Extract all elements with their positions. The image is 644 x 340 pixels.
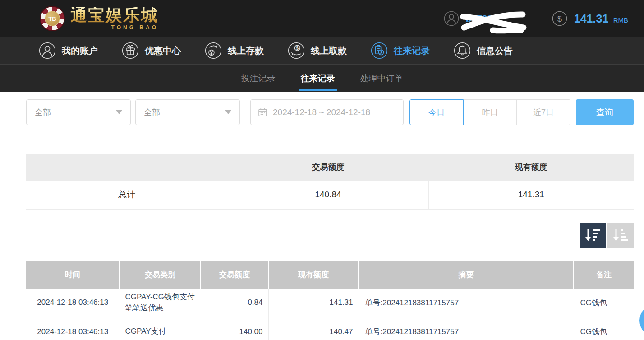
gift-icon (121, 42, 139, 60)
brand-logo[interactable]: TB 通宝娱乐城 TONG BAO (40, 6, 158, 31)
cell-remark: CG钱包 (574, 317, 634, 340)
topbar: TB 通宝娱乐城 TONG BAO bc7325 (0, 0, 644, 37)
tab-processing-orders[interactable]: 处理中订单 (359, 65, 405, 92)
category-select[interactable]: 全部 (135, 99, 240, 125)
type-select[interactable]: 全部 (26, 99, 131, 125)
sort-descending-button[interactable] (580, 223, 606, 248)
col-header-type: 交易类别 (120, 261, 201, 289)
topbar-right: bc7325 $ 141.31 RMB (443, 10, 628, 27)
col-header-balance: 现有额度 (268, 261, 359, 289)
summary-header-empty (26, 154, 228, 181)
nav-item-transaction-records[interactable]: 往来记录 (370, 42, 430, 60)
user-circle-icon (38, 42, 56, 60)
table-row: 2024-12-18 03:46:13 CGPAY支付 140.00 140.4… (26, 317, 634, 340)
cell-balance: 140.47 (268, 317, 359, 340)
withdraw-icon: $ (287, 42, 305, 60)
balance-currency: RMB (613, 16, 628, 24)
col-header-summary: 摘要 (359, 261, 574, 289)
last7days-button[interactable]: 近7日 (517, 99, 570, 125)
balance-text: 141.31 RMB (574, 12, 628, 25)
bell-icon (453, 42, 471, 60)
nav-label: 线上取款 (311, 45, 347, 57)
cell-summary: 单号:202412183811715757 (359, 289, 574, 317)
tab-betting-records[interactable]: 投注记录 (239, 65, 277, 92)
nav-item-promotions[interactable]: 优惠中心 (121, 42, 181, 60)
summary-header-row: 交易额度 现有额度 (26, 154, 634, 181)
col-header-amount: 交易额度 (201, 261, 268, 289)
cell-balance: 141.31 (268, 289, 359, 317)
nav-label: 信息公告 (477, 45, 513, 57)
cell-remark: CG钱包 (574, 289, 634, 317)
records-icon (370, 42, 388, 60)
cell-amount: 0.84 (201, 289, 268, 317)
balance[interactable]: $ 141.31 RMB (552, 10, 628, 27)
chevron-down-icon (116, 110, 122, 114)
subtabs: 投注记录 往来记录 处理中订单 (0, 65, 644, 92)
summary-header-current-balance: 现有额度 (428, 154, 634, 181)
content: 全部 全部 2024-12-18 ~ 2024-12-18 今日 (0, 99, 644, 340)
svg-text:$: $ (296, 46, 299, 51)
cell-time: 2024-12-18 03:46:13 (26, 289, 120, 317)
cell-amount: 140.00 (201, 317, 268, 340)
cell-type: CGPAY-CG钱包支付笔笔送优惠 (120, 289, 201, 317)
cell-summary: 单号:202412183811715757 (359, 317, 574, 340)
summary-header-transaction-amount: 交易额度 (228, 154, 428, 181)
main-nav: 我的账户 优惠中心 线上存款 $ (0, 37, 644, 65)
sort-controls (26, 223, 634, 248)
nav-item-announcements[interactable]: 信息公告 (453, 42, 513, 60)
summary-table: 交易额度 现有额度 总计 140.84 141.31 (26, 154, 634, 210)
table-row: 2024-12-18 03:46:13 CGPAY-CG钱包支付笔笔送优惠 0.… (26, 289, 634, 317)
cell-time: 2024-12-18 03:46:13 (26, 317, 120, 340)
balance-amount: 141.31 (574, 12, 608, 25)
tab-transaction-records[interactable]: 往来记录 (299, 65, 337, 92)
brand-text: 通宝娱乐城 TONG BAO (70, 7, 158, 31)
user-account[interactable]: bc7325 (443, 10, 520, 27)
quick-date-group: 今日 昨日 近7日 (409, 99, 570, 125)
summary-total-row: 总计 140.84 141.31 (26, 181, 634, 209)
nav-label: 线上存款 (228, 45, 264, 57)
nav-item-my-account[interactable]: 我的账户 (38, 42, 98, 60)
chevron-down-icon (225, 110, 231, 114)
col-header-remark: 备注 (574, 261, 634, 289)
nav-label: 优惠中心 (145, 45, 181, 57)
search-button[interactable]: 查询 (576, 99, 634, 125)
nav-item-withdraw[interactable]: $ 线上取款 (287, 42, 347, 60)
brand-name-cn: 通宝娱乐城 (70, 7, 158, 23)
filter-row: 全部 全部 2024-12-18 ~ 2024-12-18 今日 (26, 99, 634, 125)
records-header-row: 时间 交易类别 交易额度 现有额度 摘要 备注 (26, 261, 634, 289)
records-table: 时间 交易类别 交易额度 现有额度 摘要 备注 2024-12-18 03:46… (26, 261, 634, 340)
summary-transaction-total: 140.84 (228, 181, 428, 209)
sort-ascending-button[interactable] (607, 223, 634, 248)
calendar-icon (258, 107, 267, 117)
chip-label: TB (45, 11, 60, 26)
cell-type: CGPAY支付 (120, 317, 201, 340)
nav-label: 往来记录 (394, 45, 430, 57)
date-range-value: 2024-12-18 ~ 2024-12-18 (273, 107, 370, 117)
deposit-icon (204, 42, 222, 60)
summary-total-label: 总计 (26, 181, 228, 209)
col-header-time: 时间 (26, 261, 120, 289)
poker-chip-icon: TB (40, 6, 65, 31)
sort-descending-icon (584, 227, 602, 243)
svg-text:$: $ (557, 14, 562, 23)
yesterday-button[interactable]: 昨日 (464, 99, 517, 125)
summary-balance-total: 141.31 (428, 181, 634, 209)
user-icon (443, 10, 460, 27)
category-select-value: 全部 (144, 107, 160, 118)
today-button[interactable]: 今日 (409, 99, 464, 125)
sort-ascending-icon (612, 227, 630, 243)
nav-label: 我的账户 (62, 45, 98, 57)
brand-name-en: TONG BAO (70, 24, 158, 31)
username: bc7325 (466, 13, 520, 24)
type-select-value: 全部 (35, 107, 51, 118)
dollar-icon: $ (552, 10, 568, 27)
page: TB 通宝娱乐城 TONG BAO bc7325 (0, 0, 644, 340)
date-range-picker[interactable]: 2024-12-18 ~ 2024-12-18 (250, 99, 404, 125)
nav-item-deposit[interactable]: 线上存款 (204, 42, 264, 60)
